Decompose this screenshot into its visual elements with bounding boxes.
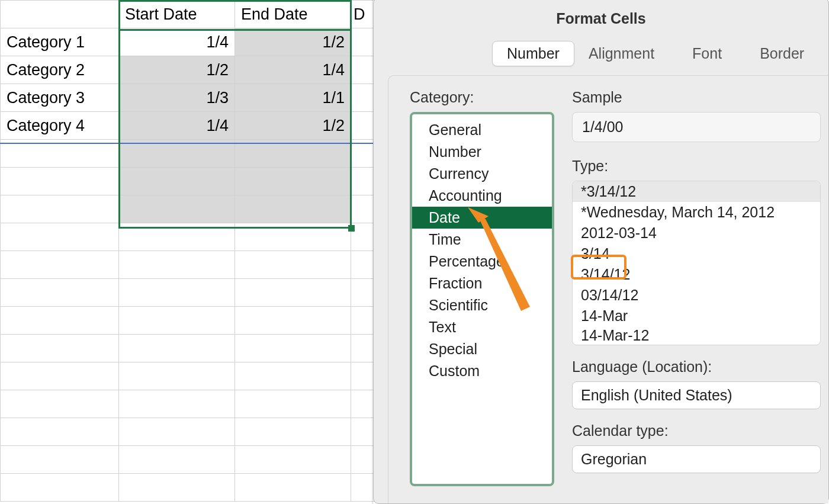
tab-number[interactable]: Number xyxy=(492,41,574,66)
category-item-number[interactable]: Number xyxy=(412,141,552,163)
cell-c17[interactable] xyxy=(235,446,351,474)
cell-b17[interactable] xyxy=(119,446,235,474)
tab-font[interactable]: Font xyxy=(678,41,736,66)
cell-a18[interactable] xyxy=(1,474,119,502)
cell-c18[interactable] xyxy=(235,474,351,502)
cell-b12[interactable] xyxy=(119,307,235,335)
category-item-currency[interactable]: Currency xyxy=(412,163,552,185)
cell-c2[interactable]: 1/2 xyxy=(235,28,351,56)
type-item-7[interactable]: 14-Mar-12 xyxy=(573,326,820,343)
cell-b5[interactable]: 1/4 xyxy=(119,112,235,140)
selection-handle[interactable] xyxy=(348,225,355,232)
cell-a10[interactable] xyxy=(1,251,119,279)
cell-c7[interactable] xyxy=(235,168,351,195)
category-item-date[interactable]: Date xyxy=(412,207,552,229)
cell-c3[interactable]: 1/4 xyxy=(235,56,351,84)
cell-b4[interactable]: 1/3 xyxy=(119,84,235,112)
cell-a13[interactable] xyxy=(1,335,119,362)
sample-label: Sample xyxy=(572,89,828,106)
cell-c1[interactable]: End Date xyxy=(235,1,351,28)
cell-a8[interactable] xyxy=(1,195,119,223)
cell-c4[interactable]: 1/1 xyxy=(235,84,351,112)
cell-a11[interactable] xyxy=(1,279,119,307)
cell-c8[interactable] xyxy=(235,195,351,223)
cell-b11[interactable] xyxy=(119,279,235,307)
cell-a1[interactable] xyxy=(1,1,119,28)
cell-a16[interactable] xyxy=(1,418,119,446)
category-item-special[interactable]: Special xyxy=(412,338,552,360)
cell-b1[interactable]: Start Date xyxy=(119,1,235,28)
cell-a12[interactable] xyxy=(1,307,119,335)
cell-b13[interactable] xyxy=(119,335,235,362)
category-list[interactable]: General Number Currency Accounting Date … xyxy=(410,112,554,486)
category-item-scientific[interactable]: Scientific xyxy=(412,294,552,316)
cell-b7[interactable] xyxy=(119,168,235,195)
cell-b14[interactable] xyxy=(119,362,235,390)
cell-a14[interactable] xyxy=(1,362,119,390)
cell-c11[interactable] xyxy=(235,279,351,307)
cell-a3[interactable]: Category 2 xyxy=(1,56,119,84)
cell-b8[interactable] xyxy=(119,195,235,223)
type-item-6[interactable]: 14-Mar xyxy=(573,306,820,326)
cell-a7[interactable] xyxy=(1,168,119,195)
cell-a2[interactable]: Category 1 xyxy=(1,28,119,56)
spreadsheet-grid[interactable]: Start Date End Date D Category 1 1/4 1/2… xyxy=(0,0,379,504)
cell-b10[interactable] xyxy=(119,251,235,279)
cell-b15[interactable] xyxy=(119,390,235,418)
type-item-0[interactable]: *3/14/12 xyxy=(573,181,820,202)
cell-b2[interactable]: 1/4 xyxy=(119,28,235,56)
sample-value: 1/4/00 xyxy=(572,112,821,142)
cell-a9[interactable] xyxy=(1,223,119,251)
category-item-text[interactable]: Text xyxy=(412,316,552,338)
category-item-accounting[interactable]: Accounting xyxy=(412,185,552,207)
cell-b3[interactable]: 1/2 xyxy=(119,56,235,84)
calendar-select[interactable]: Gregorian xyxy=(572,445,821,473)
type-label: Type: xyxy=(572,158,828,175)
cell-c16[interactable] xyxy=(235,418,351,446)
cell-c13[interactable] xyxy=(235,335,351,362)
cell-a17[interactable] xyxy=(1,446,119,474)
cell-c5[interactable]: 1/2 xyxy=(235,112,351,140)
tab-alignment[interactable]: Alignment xyxy=(574,41,669,66)
cell-c14[interactable] xyxy=(235,362,351,390)
cell-b18[interactable] xyxy=(119,474,235,502)
category-item-percentage[interactable]: Percentage xyxy=(412,251,552,272)
category-item-custom[interactable]: Custom xyxy=(412,360,552,382)
format-cells-dialog: Format Cells Number Alignment Font Borde… xyxy=(373,0,829,504)
type-item-2[interactable]: 2012-03-14 xyxy=(573,223,820,243)
cell-b16[interactable] xyxy=(119,418,235,446)
language-select[interactable]: English (United States) xyxy=(572,381,821,409)
tab-border[interactable]: Border xyxy=(746,41,818,66)
cell-a4[interactable]: Category 3 xyxy=(1,84,119,112)
cell-c9[interactable] xyxy=(235,223,351,251)
cell-a15[interactable] xyxy=(1,390,119,418)
category-item-time[interactable]: Time xyxy=(412,229,552,251)
category-item-fraction[interactable]: Fraction xyxy=(412,272,552,294)
cell-a5[interactable]: Category 4 xyxy=(1,112,119,140)
type-item-1[interactable]: *Wednesday, March 14, 2012 xyxy=(573,202,820,223)
type-item-4[interactable]: 3/14/12 xyxy=(573,264,820,285)
cell-c12[interactable] xyxy=(235,307,351,335)
dialog-title: Format Cells xyxy=(374,0,828,38)
cell-c10[interactable] xyxy=(235,251,351,279)
type-list[interactable]: *3/14/12 *Wednesday, March 14, 2012 2012… xyxy=(572,181,821,345)
cell-b9[interactable] xyxy=(119,223,235,251)
dialog-tabbar: Number Alignment Font Border Fill xyxy=(374,38,828,69)
type-item-5[interactable]: 03/14/12 xyxy=(573,285,820,306)
row-separator xyxy=(0,143,379,144)
language-label: Language (Location): xyxy=(572,358,828,375)
cell-c15[interactable] xyxy=(235,390,351,418)
type-item-3[interactable]: 3/14 xyxy=(573,243,820,264)
category-item-general[interactable]: General xyxy=(412,119,552,141)
calendar-label: Calendar type: xyxy=(572,422,828,439)
number-panel: Category: General Number Currency Accoun… xyxy=(388,75,828,503)
